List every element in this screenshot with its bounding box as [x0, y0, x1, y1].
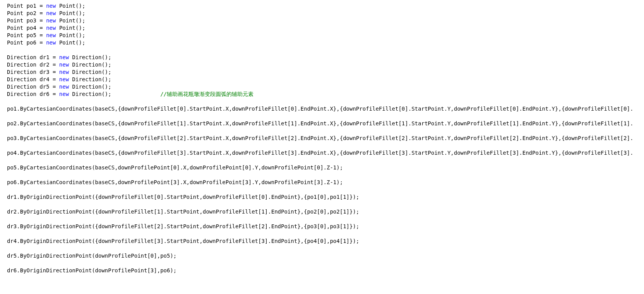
code-line: dr2.ByOriginDirectionPoint({downProfileF…: [7, 208, 644, 215]
keyword-token: new: [59, 62, 69, 68]
code-line: Point po4 = new Point();: [7, 24, 644, 32]
keyword-token: new: [59, 54, 69, 60]
code-line: dr4.ByOriginDirectionPoint({downProfileF…: [7, 238, 644, 245]
code-token: po4.ByCartesianCoordinates(baseCS,{downP…: [7, 150, 633, 156]
code-token: po2.ByCartesianCoordinates(baseCS,{downP…: [7, 120, 633, 126]
code-token: po1.ByCartesianCoordinates(baseCS,{downP…: [7, 106, 633, 112]
code-token: Direction dr3 =: [7, 69, 59, 75]
code-line: Point po5 = new Point();: [7, 32, 644, 39]
code-line: [7, 142, 644, 149]
keyword-token: new: [46, 32, 56, 38]
code-token: dr5.ByOriginDirectionPoint(downProfilePo…: [7, 253, 176, 259]
code-token: Point();: [56, 17, 85, 24]
keyword-token: new: [46, 3, 56, 9]
code-line: Direction dr5 = new Direction();: [7, 83, 644, 91]
code-line: po3.ByCartesianCoordinates(baseCS,{downP…: [7, 135, 644, 142]
code-line: po2.ByCartesianCoordinates(baseCS,{downP…: [7, 120, 644, 127]
code-token: Point po4 =: [7, 25, 46, 31]
code-line: [7, 113, 644, 120]
keyword-token: new: [59, 76, 69, 82]
keyword-token: new: [59, 69, 69, 75]
code-line: [7, 245, 644, 252]
code-line: [7, 127, 644, 135]
code-token: dr4.ByOriginDirectionPoint({downProfileF…: [7, 238, 359, 244]
keyword-token: new: [46, 17, 56, 24]
code-line: Point po1 = new Point();: [7, 2, 644, 10]
code-line: Point po6 = new Point();: [7, 39, 644, 46]
comment-token: //辅助画花瓶墩渐变段圆弧的辅助元素: [160, 91, 253, 97]
code-line: Point po2 = new Point();: [7, 10, 644, 17]
code-token: Point();: [56, 3, 85, 9]
keyword-token: new: [46, 10, 56, 16]
code-line: po6.ByCartesianCoordinates(baseCS,downPr…: [7, 179, 644, 186]
code-line: [7, 157, 644, 164]
code-line: Direction dr6 = new Direction(); //辅助画花瓶…: [7, 91, 644, 98]
code-token: po5.ByCartesianCoordinates(baseCS,downPr…: [7, 164, 343, 171]
code-line: po5.ByCartesianCoordinates(baseCS,downPr…: [7, 164, 644, 171]
code-line: po1.ByCartesianCoordinates(baseCS,{downP…: [7, 105, 644, 113]
code-line: dr5.ByOriginDirectionPoint(downProfilePo…: [7, 252, 644, 260]
code-token: Direction();: [69, 62, 111, 68]
code-token: Point po1 =: [7, 3, 46, 9]
code-token: dr6.ByOriginDirectionPoint(downProfilePo…: [7, 267, 176, 273]
code-token: Point po3 =: [7, 17, 46, 24]
code-line: [7, 260, 644, 267]
code-token: Direction();: [69, 76, 111, 82]
code-token: Point();: [56, 25, 85, 31]
code-token: Direction dr1 =: [7, 54, 59, 60]
code-token: po3.ByCartesianCoordinates(baseCS,{downP…: [7, 135, 633, 141]
code-token: Point po6 =: [7, 39, 46, 46]
code-line: [7, 171, 644, 179]
code-token: dr1.ByOriginDirectionPoint({downProfileF…: [7, 194, 359, 200]
keyword-token: new: [59, 84, 69, 90]
code-token: Point po2 =: [7, 10, 46, 16]
keyword-token: new: [46, 25, 56, 31]
keyword-token: new: [59, 91, 69, 97]
code-token: Direction();: [69, 91, 160, 97]
code-line: dr6.ByOriginDirectionPoint(downProfilePo…: [7, 267, 644, 274]
code-line: [7, 230, 644, 238]
code-token: Direction();: [69, 54, 111, 60]
code-line: [7, 186, 644, 193]
code-token: Point();: [56, 39, 85, 46]
code-token: po6.ByCartesianCoordinates(baseCS,downPr…: [7, 179, 343, 185]
code-line: dr1.ByOriginDirectionPoint({downProfileF…: [7, 193, 644, 201]
code-line: Direction dr1 = new Direction();: [7, 54, 644, 61]
code-token: dr2.ByOriginDirectionPoint({downProfileF…: [7, 209, 359, 215]
code-token: Point po5 =: [7, 32, 46, 38]
code-token: Direction dr4 =: [7, 76, 59, 82]
code-line: Point po3 = new Point();: [7, 17, 644, 24]
code-block: Point po1 = new Point();Point po2 = new …: [0, 0, 644, 274]
code-token: Point();: [56, 10, 85, 16]
keyword-token: new: [46, 39, 56, 46]
code-token: Direction dr2 =: [7, 62, 59, 68]
code-token: Direction();: [69, 69, 111, 75]
code-token: Direction dr6 =: [7, 91, 59, 97]
code-line: Direction dr3 = new Direction();: [7, 68, 644, 76]
code-line: Direction dr2 = new Direction();: [7, 61, 644, 68]
code-line: [7, 215, 644, 223]
code-token: dr3.ByOriginDirectionPoint({downProfileF…: [7, 223, 359, 229]
code-line: po4.ByCartesianCoordinates(baseCS,{downP…: [7, 149, 644, 157]
code-line: Direction dr4 = new Direction();: [7, 76, 644, 83]
code-line: dr3.ByOriginDirectionPoint({downProfileF…: [7, 223, 644, 230]
code-line: [7, 98, 644, 105]
code-token: Direction();: [69, 84, 111, 90]
code-token: Point();: [56, 32, 85, 38]
code-line: [7, 46, 644, 54]
code-line: [7, 201, 644, 208]
code-token: Direction dr5 =: [7, 84, 59, 90]
